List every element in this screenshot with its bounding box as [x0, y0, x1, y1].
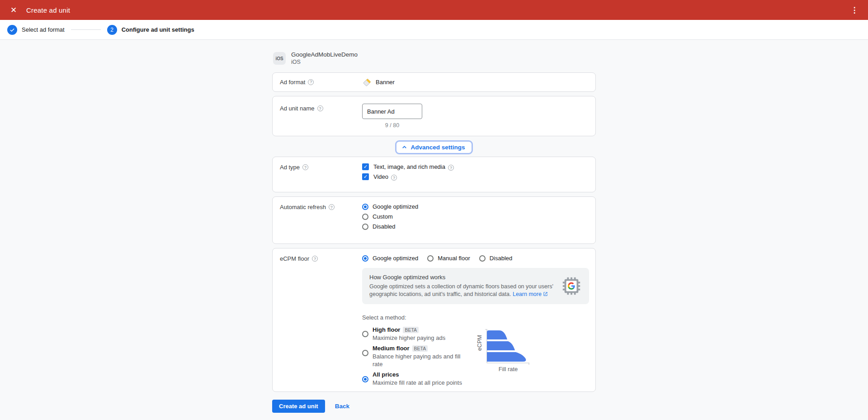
- radio-label: Custom: [373, 213, 393, 220]
- step1-label: Select ad format: [22, 26, 65, 33]
- method-name: Medium floor: [373, 345, 410, 352]
- radio-unselected[interactable]: [362, 331, 368, 337]
- ecpm-mode-option: Manual floor: [427, 255, 470, 262]
- beta-badge: BETA: [403, 327, 419, 333]
- adtype-option-row: ✓ Video ?: [362, 173, 588, 180]
- ad-unit-name-card: Ad unit name ? 9 / 80: [272, 96, 596, 136]
- radio-label: Disabled: [373, 223, 396, 230]
- external-link-icon: [543, 291, 548, 296]
- auto-refresh-option: Disabled: [362, 223, 588, 230]
- adtype-option-label: Video: [373, 173, 388, 180]
- adtype-option-row: ✓ Text, image, and rich media ?: [362, 163, 588, 170]
- step-connector: [71, 29, 101, 30]
- stepper: Select ad format 2 Configure ad unit set…: [0, 20, 868, 40]
- chart-x-label: Fill rate: [499, 366, 518, 372]
- radio-unselected[interactable]: [362, 224, 368, 230]
- step2-number: 2: [107, 25, 117, 35]
- radio-label: Google optimized: [373, 255, 418, 262]
- method-desc: Balance higher paying ads and fill rate: [373, 353, 462, 368]
- help-icon[interactable]: ?: [391, 175, 397, 181]
- ad-unit-name-input[interactable]: [362, 104, 422, 119]
- step-select-ad-format[interactable]: Select ad format: [7, 25, 65, 35]
- auto-refresh-label: Automatic refresh: [280, 203, 326, 211]
- method-all-prices: All prices Maximize fill rate at all pri…: [362, 371, 462, 387]
- ecpm-floor-label: eCPM floor: [280, 255, 309, 263]
- radio-unselected[interactable]: [427, 255, 434, 262]
- step2-label: Configure ad unit settings: [122, 26, 194, 33]
- help-icon[interactable]: ?: [308, 79, 314, 85]
- app-identity: iOS GoogleAdMobLiveDemo iOS: [272, 51, 596, 65]
- create-ad-unit-button[interactable]: Create ad unit: [272, 400, 325, 413]
- radio-label: Disabled: [490, 255, 513, 262]
- char-counter: 9 / 80: [362, 122, 422, 129]
- radio-unselected[interactable]: [362, 350, 368, 356]
- app-bar: ✕ Create ad unit ⋮: [0, 0, 868, 20]
- method-desc: Maximize fill rate at all price points: [373, 379, 462, 387]
- radio-selected[interactable]: [362, 204, 368, 210]
- checkbox-checked[interactable]: ✓: [362, 173, 369, 180]
- google-optimized-info-box: How Google optimized works Google optimi…: [362, 268, 589, 304]
- radio-selected[interactable]: [362, 255, 368, 262]
- adtype-option-label: Text, image, and rich media: [373, 163, 445, 170]
- advanced-settings-button[interactable]: Advanced settings: [395, 140, 472, 154]
- automatic-refresh-card: Automatic refresh ? Google optimized Cus…: [272, 196, 596, 244]
- method-name: High floor: [373, 326, 400, 333]
- radio-unselected[interactable]: [479, 255, 486, 262]
- ad-format-value: Banner: [376, 79, 395, 86]
- method-desc: Maximize higher paying ads: [373, 334, 445, 342]
- banner-format-icon: [362, 77, 372, 87]
- help-icon[interactable]: ?: [317, 105, 323, 111]
- kebab-menu-icon[interactable]: ⋮: [849, 5, 860, 15]
- help-icon[interactable]: ?: [302, 164, 308, 170]
- info-title: How Google optimized works: [369, 274, 559, 281]
- radio-label: Manual floor: [438, 255, 470, 262]
- auto-refresh-option: Google optimized: [362, 203, 588, 210]
- select-method-caption: Select a method:: [362, 314, 589, 321]
- ad-type-card: Ad type ? ✓ Text, image, and rich media …: [272, 157, 596, 192]
- method-medium-floor: Medium floor BETA Balance higher paying …: [362, 345, 462, 368]
- radio-selected[interactable]: [362, 376, 368, 382]
- ecpm-mode-option: Disabled: [479, 255, 513, 262]
- chevron-up-icon: [401, 144, 407, 150]
- chart-y-label: eCPM: [476, 335, 483, 351]
- help-icon[interactable]: ?: [329, 204, 335, 210]
- ad-format-card: Ad format ? Banner: [272, 72, 596, 92]
- google-chip-icon: [561, 276, 582, 296]
- advanced-settings-label: Advanced settings: [410, 144, 465, 151]
- method-name: All prices: [373, 371, 399, 378]
- ecpm-floor-card: eCPM floor ? Google optimized Manual flo…: [272, 248, 596, 392]
- radio-label: Google optimized: [373, 203, 418, 210]
- ad-format-label: Ad format: [280, 78, 305, 86]
- ecpm-fillrate-chart: eCPM Fill rate: [469, 327, 537, 390]
- close-icon[interactable]: ✕: [8, 5, 19, 15]
- dialog-title: Create ad unit: [26, 6, 70, 14]
- method-high-floor: High floor BETA Maximize higher paying a…: [362, 326, 462, 342]
- back-link[interactable]: Back: [335, 403, 349, 410]
- ecpm-mode-options: Google optimized Manual floor Disabled: [362, 255, 589, 262]
- checkbox-checked[interactable]: ✓: [362, 163, 369, 170]
- ecpm-mode-option: Google optimized: [362, 255, 418, 262]
- auto-refresh-option: Custom: [362, 213, 588, 220]
- ios-badge-icon: iOS: [273, 52, 286, 65]
- step-configure-settings: 2 Configure ad unit settings: [107, 25, 194, 35]
- ad-unit-name-label: Ad unit name: [280, 105, 315, 113]
- ad-type-label: Ad type: [280, 163, 300, 172]
- help-icon[interactable]: ?: [448, 165, 454, 171]
- app-name: GoogleAdMobLiveDemo: [291, 51, 358, 58]
- learn-more-link[interactable]: Learn more: [513, 291, 542, 297]
- main-content: iOS GoogleAdMobLiveDemo iOS Ad format ? …: [0, 40, 868, 413]
- app-platform: iOS: [291, 59, 358, 65]
- step-done-check-icon: [7, 25, 17, 35]
- radio-unselected[interactable]: [362, 214, 368, 220]
- beta-badge: BETA: [412, 345, 428, 352]
- help-icon[interactable]: ?: [312, 256, 318, 262]
